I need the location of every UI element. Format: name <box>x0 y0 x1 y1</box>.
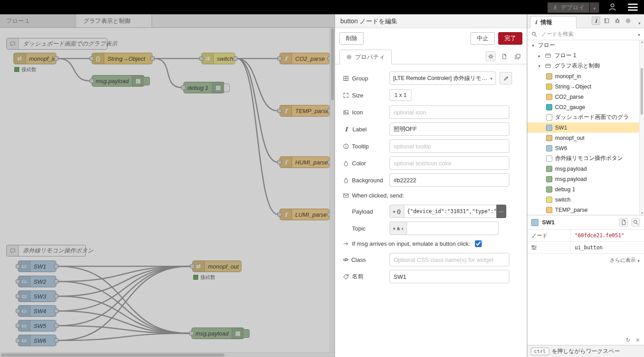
tree-item[interactable]: ダッシュボード画面でのグラ <box>527 112 639 122</box>
close-tip-icon[interactable] <box>635 337 641 343</box>
debug-toggle-button[interactable] <box>244 329 250 338</box>
show-more-link[interactable]: さらに表示 <box>527 254 644 267</box>
input-port[interactable] <box>277 109 282 113</box>
wire[interactable] <box>58 333 190 340</box>
flow-node-lumi[interactable]: fLUMI_parse <box>280 209 330 220</box>
caret-icon[interactable]: ▾ <box>531 43 535 48</box>
scrollbar-thumb[interactable] <box>331 29 334 100</box>
tree-item[interactable]: SW1 <box>527 122 639 133</box>
canvas-vertical-scrollbar[interactable] <box>330 28 335 352</box>
menu-icon[interactable] <box>628 4 638 11</box>
flow-node-msgp2[interactable]: ▤msg.payload <box>191 328 244 339</box>
help-tab-button[interactable] <box>602 17 611 25</box>
tree-item[interactable]: monopf_in <box>527 71 639 81</box>
output-port[interactable] <box>54 309 59 313</box>
node-help-icon[interactable] <box>499 51 509 61</box>
flow-node-humi[interactable]: fHUMI_parse <box>280 156 330 168</box>
input-port[interactable] <box>189 331 194 336</box>
tree-item[interactable]: switch <box>527 194 639 205</box>
flow-node-sw5[interactable]: ▭SW5 <box>18 320 56 332</box>
input-port[interactable] <box>277 212 282 217</box>
output-port[interactable] <box>54 279 59 284</box>
output-port[interactable] <box>233 56 237 61</box>
tree-item[interactable]: msg.payload <box>527 174 639 184</box>
tree-item[interactable]: SW6 <box>527 143 639 153</box>
input-port[interactable] <box>89 79 94 83</box>
output-port[interactable] <box>54 338 59 343</box>
flow-node-monopf_out[interactable]: ⇄monopf_out <box>192 260 242 272</box>
wire[interactable] <box>58 296 190 333</box>
class-field[interactable] <box>390 253 509 266</box>
output-port[interactable] <box>54 323 59 328</box>
flow-node-co2[interactable]: fCO2_parse <box>280 53 330 64</box>
done-button[interactable]: 完了 <box>498 32 522 45</box>
label-field[interactable] <box>390 122 509 136</box>
tree-item[interactable]: ▾フロー <box>527 40 639 50</box>
refresh-tip-icon[interactable] <box>625 337 631 343</box>
cancel-button[interactable]: 中止 <box>470 32 495 45</box>
name-field[interactable] <box>390 270 509 283</box>
color-field[interactable] <box>390 156 509 170</box>
config-tab-button[interactable] <box>624 17 632 25</box>
tab-info[interactable]: 情報 <box>530 16 576 28</box>
scrollbar-thumb[interactable] <box>1 353 225 357</box>
output-port[interactable] <box>54 56 59 61</box>
expand-payload-button[interactable] <box>496 205 506 218</box>
deploy-button[interactable]: デプロイ <box>547 2 589 13</box>
wire[interactable] <box>58 266 190 333</box>
edit-group-button[interactable] <box>500 72 512 84</box>
flow-node-sw2[interactable]: ▭SW2 <box>18 276 56 287</box>
input-port[interactable] <box>16 264 20 269</box>
payload-type-button[interactable]: {} <box>390 205 404 218</box>
comment-node[interactable]: 赤外線リモコン操作ボタン <box>6 245 86 256</box>
tab-flow-1[interactable]: フロー 1 <box>0 14 75 27</box>
tree-item[interactable]: 赤外線リモコン操作ボタン <box>527 153 639 164</box>
wire[interactable] <box>237 59 278 111</box>
debug-toggle-button[interactable] <box>224 84 230 92</box>
tree-item[interactable]: debug 1 <box>527 184 639 194</box>
input-port[interactable] <box>277 160 282 164</box>
wire[interactable] <box>58 59 90 81</box>
info-tab-button[interactable] <box>592 17 600 25</box>
input-port[interactable] <box>181 85 186 90</box>
tree-item[interactable]: TEMP_parse <box>527 205 639 215</box>
tab-graph-control[interactable]: グラフ表示と制御 <box>77 14 152 27</box>
input-port[interactable] <box>16 309 20 313</box>
tree-item[interactable]: msg.payload <box>527 164 639 174</box>
expand-dialog-icon[interactable] <box>513 51 522 61</box>
caret-icon[interactable]: ▾ <box>537 64 542 68</box>
tab-properties[interactable]: プロパティ <box>339 50 392 64</box>
input-port[interactable] <box>16 279 20 284</box>
output-port[interactable] <box>54 264 59 269</box>
flow-node-debug1[interactable]: ▤debug 1 <box>183 82 225 93</box>
flow-node-sw6[interactable]: ▭SW6 <box>18 335 56 346</box>
tree-item[interactable]: CO2_parse <box>527 92 639 102</box>
flow-node-temp[interactable]: fTEMP_parse <box>280 105 330 117</box>
tree-item[interactable]: ▾グラフ表示と制御 <box>527 61 639 71</box>
debug-tab-button[interactable] <box>613 17 622 25</box>
canvas-horizontal-scrollbar[interactable] <box>0 352 335 357</box>
wire[interactable] <box>58 266 191 326</box>
user-icon[interactable] <box>608 3 617 12</box>
flow-node-monopf_in[interactable]: ⇄monopf_in <box>13 53 56 64</box>
tree-item[interactable]: ▸フロー 1 <box>527 50 639 61</box>
scroll-down-icon[interactable] <box>640 212 644 214</box>
scrollbar-thumb[interactable] <box>640 68 643 115</box>
input-port[interactable] <box>16 294 20 298</box>
wire[interactable] <box>237 59 278 214</box>
input-port[interactable] <box>277 56 282 61</box>
input-port[interactable] <box>199 56 203 61</box>
caret-icon[interactable]: ▸ <box>537 54 542 58</box>
payload-input[interactable]: {"device_id":"31031","type":"object","pa… <box>404 205 496 218</box>
icon-field[interactable] <box>390 105 509 119</box>
background-field[interactable] <box>390 173 509 187</box>
tree-item[interactable]: monopf_out <box>527 133 639 143</box>
debug-toggle-button[interactable] <box>144 77 150 85</box>
topic-input[interactable] <box>407 222 499 235</box>
sidebar-options-icon[interactable] <box>638 18 640 26</box>
wire[interactable] <box>154 59 182 88</box>
input-port[interactable] <box>190 264 195 269</box>
search-options-icon[interactable] <box>638 30 640 38</box>
tree-item[interactable]: CO2_gauge <box>527 102 639 112</box>
find-node-button[interactable] <box>631 218 640 227</box>
